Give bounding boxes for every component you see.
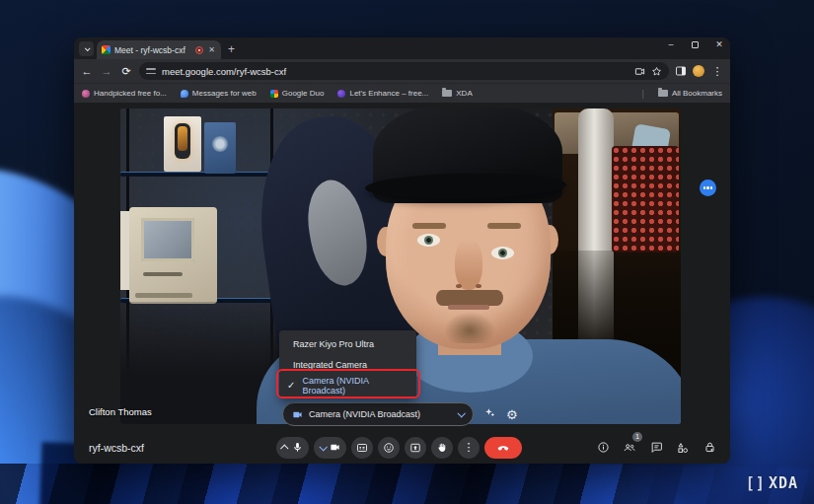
browser-window: Meet - ryf-wcsb-cxf ✕ + – ✕ ← → ⟳ meet.g… [74, 37, 730, 464]
bookmark-favicon-icon [181, 90, 188, 98]
host-controls-button[interactable] [701, 439, 718, 457]
mac-screen [141, 218, 194, 261]
site-settings-icon[interactable] [146, 67, 156, 75]
forward-button[interactable]: → [100, 66, 113, 77]
activities-button[interactable] [674, 439, 692, 457]
menu-item-integrated-camera[interactable]: Integrated Camera [279, 354, 416, 375]
sparkle-icon [483, 406, 496, 419]
more-vert-icon: ⋮ [464, 442, 475, 453]
chat-panel-button[interactable] [647, 439, 665, 457]
meeting-details-button[interactable] [594, 439, 612, 457]
tab-search-button[interactable] [79, 41, 94, 56]
meet-page: Clifton Thomas Razer Kiyo Pro Ultra Inte… [74, 103, 730, 464]
camera-button[interactable] [314, 437, 346, 459]
bookmark-label: XDA [456, 89, 472, 98]
browser-menu-button[interactable]: ⋮ [710, 66, 724, 77]
bookmark-handpicked[interactable]: Handpicked free fo... [82, 89, 167, 98]
smiley-icon [383, 442, 395, 454]
wallpaper-ribbon-bottom-streaks [0, 464, 814, 504]
new-tab-button[interactable]: + [228, 43, 235, 55]
folder-icon [658, 90, 668, 97]
menu-item-nvidia-broadcast[interactable]: ✓ Camera (NVIDIA Broadcast) [279, 375, 416, 396]
tab-title: Meet - ryf-wcsb-cxf [114, 45, 191, 55]
present-screen-button[interactable] [405, 437, 426, 459]
menu-item-label: Razer Kiyo Pro Ultra [293, 339, 374, 349]
microphone-button[interactable] [276, 437, 309, 459]
captions-button[interactable] [351, 437, 373, 459]
info-icon [597, 441, 610, 454]
meeting-panels: 1 [594, 439, 718, 457]
bookmark-messages[interactable]: Messages for web [181, 89, 257, 98]
mouth [448, 305, 489, 310]
url-text[interactable]: meet.google.com/ryf-wcsb-cxf [162, 66, 629, 77]
bookmark-favicon-icon [337, 90, 345, 98]
call-end-icon [496, 441, 510, 455]
window-minimize-button[interactable]: – [666, 40, 676, 49]
xda-watermark: [] XDA [746, 474, 798, 492]
all-bookmarks-button[interactable]: All Bookmarks [658, 89, 722, 98]
window-maximize-button[interactable] [692, 41, 699, 48]
bookmarks-divider: | [642, 89, 644, 99]
tile-more-options-button[interactable] [700, 180, 716, 196]
dot [710, 186, 712, 188]
xda-brackets-logo: [] [746, 474, 766, 492]
chevron-down-icon[interactable] [319, 443, 327, 451]
tab-meet[interactable]: Meet - ryf-wcsb-cxf ✕ [97, 40, 221, 59]
camera-select-row: Camera (NVIDIA Broadcast) ⚙ [282, 402, 518, 426]
lock-icon [703, 441, 716, 454]
videocam-icon [292, 409, 303, 420]
chevron-up-icon[interactable] [280, 444, 288, 452]
browser-toolbar: ← → ⟳ meet.google.com/ryf-wcsb-cxf ⋮ [74, 59, 730, 83]
bookmarks-bar: Handpicked free fo... Messages for web G… [74, 83, 730, 103]
activities-shapes-icon [676, 441, 690, 455]
people-icon [623, 441, 636, 455]
url-bar[interactable]: meet.google.com/ryf-wcsb-cxf [139, 62, 669, 80]
profile-avatar[interactable] [693, 65, 704, 77]
camera-select-value: Camera (NVIDIA Broadcast) [309, 409, 452, 419]
more-options-button[interactable]: ⋮ [458, 437, 480, 459]
eyebrow [487, 223, 521, 229]
check-icon: ✓ [287, 380, 295, 391]
camera-in-use-indicator-icon [195, 46, 203, 54]
meeting-code: ryf-wcsb-cxf [89, 442, 144, 454]
bookmark-xda-folder[interactable]: XDA [442, 89, 472, 98]
camera-select-dropdown[interactable]: Camera (NVIDIA Broadcast) [282, 402, 474, 426]
back-button[interactable]: ← [80, 66, 94, 77]
mustache [436, 290, 503, 306]
bookmark-lets-enhance[interactable]: Let's Enhance – free... [337, 89, 428, 98]
window-close-button[interactable]: ✕ [714, 40, 724, 49]
chevron-down-icon [84, 45, 90, 51]
dot [703, 186, 705, 188]
reactions-button[interactable] [378, 437, 400, 459]
tab-camera-share-icon[interactable] [634, 66, 645, 77]
bookmark-star-icon[interactable] [651, 66, 662, 77]
window-controls: – ✕ [666, 40, 724, 49]
nostril [456, 284, 462, 288]
people-count-badge: 1 [632, 432, 642, 442]
settings-gear-button[interactable]: ⚙ [506, 408, 518, 421]
nose [455, 239, 482, 290]
leave-call-button[interactable] [484, 437, 522, 459]
reload-button[interactable]: ⟳ [119, 66, 133, 77]
desktop: [] XDA Meet - ryf-wcsb-cxf ✕ + – ✕ ← [0, 0, 814, 504]
chat-icon [650, 441, 663, 454]
menu-item-razer-kiyo[interactable]: Razer Kiyo Pro Ultra [279, 333, 416, 354]
goatee [444, 312, 495, 343]
bookmark-label: Handpicked free fo... [94, 89, 167, 98]
side-panel-icon[interactable] [675, 65, 687, 77]
vintage-macintosh [129, 207, 217, 304]
bookmark-label: Messages for web [192, 89, 257, 98]
shelf [120, 172, 278, 177]
present-icon [409, 442, 421, 454]
phone-image [175, 123, 190, 159]
participant-name-label: Clifton Thomas [89, 406, 152, 417]
people-panel-button[interactable]: 1 [621, 439, 638, 457]
tab-close-button[interactable]: ✕ [207, 45, 216, 55]
raise-hand-button[interactable] [431, 437, 453, 459]
visual-effects-button[interactable] [483, 405, 496, 423]
all-bookmarks-label: All Bookmarks [672, 89, 722, 98]
chevron-down-icon [457, 409, 465, 417]
call-controls: ⋮ [276, 437, 522, 459]
videocam-icon [330, 442, 340, 453]
bookmark-google-duo[interactable]: Google Duo [270, 89, 325, 98]
